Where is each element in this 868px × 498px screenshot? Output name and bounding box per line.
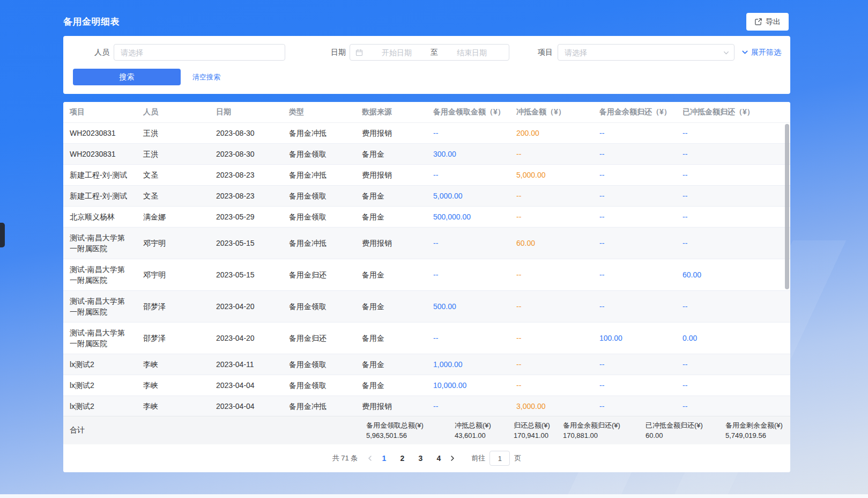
summary-item: 已冲抵金额归还(¥) 60.00 xyxy=(646,420,703,441)
expand-chevron-icon xyxy=(741,49,748,56)
expand-filters-link[interactable]: 展开筛选 xyxy=(741,44,781,61)
cell: 5,000.00 xyxy=(510,165,593,186)
cell: 10,000.00 xyxy=(427,375,510,396)
page-unit-label: 页 xyxy=(514,453,521,463)
cell: 备用金 xyxy=(355,354,427,375)
cell: 2023-08-23 xyxy=(210,186,283,207)
cell: 500.00 xyxy=(427,291,510,323)
summary-item-label: 已冲抵金额归还(¥) xyxy=(646,420,703,430)
cell: 满金娜 xyxy=(137,207,210,228)
sidebar-collapse-handle[interactable] xyxy=(0,223,5,247)
cell: lx测试2 xyxy=(63,375,137,396)
cell: 2023-05-29 xyxy=(210,207,283,228)
table-row[interactable]: 测试-南昌大学第一附属医院邓宇明2023-05-15备用金归还备用金------… xyxy=(63,259,790,291)
cell: 备用金领取 xyxy=(283,186,355,207)
next-page-button[interactable] xyxy=(449,455,456,462)
summary-item-label: 备用金余额归还(¥) xyxy=(563,420,620,430)
cell: 备用金冲抵 xyxy=(283,228,355,259)
cell: 测试-南昌大学第一附属医院 xyxy=(63,323,137,354)
cell: 100.00 xyxy=(593,323,676,354)
cell: -- xyxy=(676,396,790,416)
cell: 60.00 xyxy=(676,259,790,291)
table-row[interactable]: 测试-南昌大学第一附属医院邓宇明2023-05-15备用金冲抵费用报销--60.… xyxy=(63,228,790,259)
cell: 备用金领取 xyxy=(283,144,355,165)
cell: lx测试2 xyxy=(63,354,137,375)
column-header: 备用金领取金额（¥） xyxy=(427,102,510,123)
cell: 2023-08-23 xyxy=(210,165,283,186)
cell: 备用金归还 xyxy=(283,259,355,291)
vertical-scrollbar-thumb[interactable] xyxy=(785,124,789,289)
page-title: 备用金明细表 xyxy=(63,16,120,28)
start-date-input[interactable] xyxy=(365,48,428,57)
clear-search-link[interactable]: 清空搜索 xyxy=(192,69,220,85)
table-row[interactable]: 新建工程-刘-测试文圣2023-08-23备用金冲抵费用报销--5,000.00… xyxy=(63,165,790,186)
column-header: 数据来源 xyxy=(355,102,427,123)
cell: 2023-04-20 xyxy=(210,291,283,323)
page-button-3[interactable]: 3 xyxy=(413,451,428,466)
project-select[interactable] xyxy=(558,44,735,61)
page: { "page": { "title": "备用金明细表" }, "toolba… xyxy=(0,0,868,498)
cell: -- xyxy=(676,291,790,323)
summary-item: 冲抵总额(¥) 43,601.00 xyxy=(455,420,491,441)
cell: 200.00 xyxy=(510,123,593,144)
cell: 2023-04-04 xyxy=(210,396,283,416)
cell: -- xyxy=(510,354,593,375)
cell: 5,000.00 xyxy=(427,186,510,207)
cell: 费用报销 xyxy=(355,228,427,259)
cell: 备用金领取 xyxy=(283,375,355,396)
cell: -- xyxy=(510,186,593,207)
page-button-1[interactable]: 1 xyxy=(376,451,391,466)
cell: -- xyxy=(510,144,593,165)
data-table-panel: 项目 人员 日期 类型 数据来源 备用金领取金额（¥） 冲抵金额（¥） 备用金余… xyxy=(63,102,790,472)
cell: -- xyxy=(593,207,676,228)
export-icon xyxy=(754,18,762,26)
project-filter-label: 项目 xyxy=(538,44,553,61)
page-button-2[interactable]: 2 xyxy=(395,451,410,466)
column-header: 冲抵金额（¥） xyxy=(510,102,593,123)
cell: -- xyxy=(427,396,510,416)
cell: 备用金冲抵 xyxy=(283,396,355,416)
table-row[interactable]: 测试-南昌大学第一附属医院邵梦泽2023-04-20备用金领取备用金500.00… xyxy=(63,291,790,323)
column-header: 类型 xyxy=(283,102,355,123)
cell: -- xyxy=(676,228,790,259)
cell: 邵梦泽 xyxy=(137,323,210,354)
cell: 1,000.00 xyxy=(427,354,510,375)
cell: 备用金领取 xyxy=(283,207,355,228)
cell: 3,000.00 xyxy=(510,396,593,416)
person-select-input[interactable] xyxy=(114,44,285,61)
prev-page-button[interactable] xyxy=(367,455,373,462)
cell: 2023-08-30 xyxy=(210,144,283,165)
cell: 李峡 xyxy=(137,354,210,375)
search-button[interactable]: 搜索 xyxy=(73,69,181,85)
end-date-input[interactable] xyxy=(440,48,503,57)
table-row[interactable]: lx测试2李峡2023-04-04备用金领取备用金10,000.00------ xyxy=(63,375,790,396)
cell: -- xyxy=(593,144,676,165)
date-filter-label: 日期 xyxy=(331,44,346,61)
cell: -- xyxy=(510,207,593,228)
cell: 王洪 xyxy=(137,144,210,165)
table-row[interactable]: lx测试2李峡2023-04-04备用金冲抵费用报销--3,000.00---- xyxy=(63,396,790,416)
cell: 新建工程-刘-测试 xyxy=(63,186,137,207)
page-button-4[interactable]: 4 xyxy=(431,451,446,466)
calendar-icon xyxy=(355,49,363,56)
goto-page-input[interactable] xyxy=(489,451,510,466)
table-row[interactable]: lx测试2李峡2023-04-11备用金领取备用金1,000.00------ xyxy=(63,354,790,375)
table-row[interactable]: 新建工程-刘-测试文圣2023-08-23备用金领取备用金5,000.00---… xyxy=(63,186,790,207)
export-button[interactable]: 导出 xyxy=(746,13,789,31)
cell: 500,000.00 xyxy=(427,207,510,228)
cell: 备用金 xyxy=(355,207,427,228)
cell: -- xyxy=(427,165,510,186)
cell: -- xyxy=(510,323,593,354)
table-row[interactable]: 测试-南昌大学第一附属医院邵梦泽2023-04-20备用金归还备用金----10… xyxy=(63,323,790,354)
table-row[interactable]: 北京顺义杨林满金娜2023-05-29备用金领取备用金500,000.00---… xyxy=(63,207,790,228)
project-select-input[interactable] xyxy=(558,44,735,61)
cell: 费用报销 xyxy=(355,123,427,144)
cell: 备用金 xyxy=(355,144,427,165)
table-row[interactable]: WH20230831王洪2023-08-30备用金领取备用金300.00----… xyxy=(63,144,790,165)
table-row[interactable]: WH20230831王洪2023-08-30备用金冲抵费用报销--200.00-… xyxy=(63,123,790,144)
date-range-picker[interactable]: 至 xyxy=(350,44,509,61)
cell: 2023-05-15 xyxy=(210,259,283,291)
cell: 备用金 xyxy=(355,375,427,396)
cell: 2023-04-04 xyxy=(210,375,283,396)
cell: WH20230831 xyxy=(63,144,137,165)
